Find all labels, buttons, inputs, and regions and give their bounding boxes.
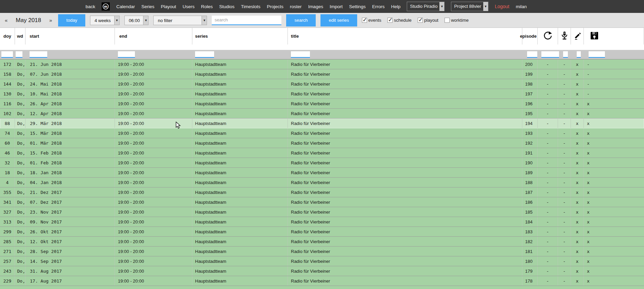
table-row[interactable]: 299 Do, 26. Okt 2017 19:00 - 20:00 Haupt…	[0, 227, 644, 237]
table-body: 172 Do, 21. Jun 2018 19:00 - 20:00 Haupt…	[0, 59, 644, 286]
column-header-end[interactable]: end	[115, 28, 192, 44]
filter-input-end[interactable]	[118, 51, 135, 58]
cell-series: Hauptstadtteam	[192, 178, 288, 187]
column-header-series[interactable]: series	[192, 28, 288, 44]
filter-input-mic[interactable]	[563, 51, 568, 58]
table-row[interactable]: 229 Do, 17. Aug 2017 19:00 - 20:00 Haupt…	[0, 276, 644, 286]
cell-save-flag: x	[584, 237, 644, 246]
today-button[interactable]: today	[58, 14, 85, 26]
table-row[interactable]: 257 Do, 14. Sep 2017 19:00 - 20:00 Haupt…	[0, 256, 644, 266]
back-link[interactable]: back	[86, 4, 95, 9]
cell-series: Hauptstadtteam	[192, 187, 288, 197]
cell-rerun-flag: -	[538, 128, 558, 138]
table-row[interactable]: 172 Do, 21. Jun 2018 19:00 - 20:00 Haupt…	[0, 59, 644, 69]
nav-item-playout[interactable]: Playout	[161, 4, 176, 9]
next-month-button[interactable]: »	[48, 17, 53, 23]
table-row[interactable]: 144 Do, 24. Mai 2018 19:00 - 20:00 Haupt…	[0, 79, 644, 89]
range-select[interactable]: 4 weeks ▼	[90, 16, 120, 25]
cell-weekday: Do,	[15, 227, 25, 236]
table-row[interactable]: 313 Do, 09. Nov 2017 19:00 - 20:00 Haupt…	[0, 217, 644, 227]
events-checkbox[interactable]	[362, 18, 367, 23]
table-row[interactable]: 130 Do, 10. Mai 2018 19:00 - 20:00 Haupt…	[0, 89, 644, 99]
column-header-episode[interactable]: episode	[522, 28, 538, 44]
filter-select[interactable]: no filter ▼	[153, 16, 207, 25]
nav-item-roster[interactable]: roster	[290, 4, 302, 9]
cell-title: Radio für Vierbeiner	[288, 109, 522, 118]
nav-item-roles[interactable]: Roles	[201, 4, 213, 9]
table-row[interactable]: 355 Do, 21. Dez 2017 19:00 - 20:00 Haupt…	[0, 187, 644, 197]
table-row[interactable]: 116 Do, 26. Apr 2018 19:00 - 20:00 Haupt…	[0, 99, 644, 109]
table-row[interactable]: 88 Do, 29. Mär 2018 19:00 - 20:00 Haupts…	[0, 119, 644, 128]
cell-mic-flag: -	[558, 207, 571, 217]
filter-input-doy[interactable]	[1, 51, 13, 58]
search-input[interactable]	[212, 16, 281, 25]
filter-input-series[interactable]	[195, 51, 214, 58]
nav-item-calendar[interactable]: Calendar	[116, 4, 135, 9]
table-row[interactable]: 327 Do, 23. Nov 2017 19:00 - 20:00 Haupt…	[0, 207, 644, 217]
table-row[interactable]: 243 Do, 31. Aug 2017 19:00 - 20:00 Haupt…	[0, 266, 644, 276]
table-row[interactable]: 60 Do, 01. Mär 2018 19:00 - 20:00 Haupts…	[0, 138, 644, 148]
column-header-rerun[interactable]	[538, 28, 558, 44]
table-row[interactable]: 158 Do, 07. Jun 2018 19:00 - 20:00 Haupt…	[0, 69, 644, 79]
column-header-edit[interactable]	[571, 28, 584, 44]
nav-item-settings[interactable]: Settings	[349, 4, 366, 9]
filter-input-episode[interactable]	[527, 51, 537, 58]
day-start-time-select[interactable]: 06:00 ▼	[124, 16, 149, 25]
table-row[interactable]: 18 Do, 18. Jan 2018 19:00 - 20:00 Haupts…	[0, 168, 644, 178]
table-row[interactable]: 271 Do, 28. Sep 2017 19:00 - 20:00 Haupt…	[0, 247, 644, 256]
cell-episode: 178	[522, 276, 538, 286]
nav-item-images[interactable]: Images	[308, 4, 323, 9]
edit-icon	[573, 31, 582, 41]
nav-item-help[interactable]: Help	[391, 4, 401, 9]
logout-link[interactable]: Logout	[495, 4, 509, 9]
nav-item-series[interactable]: Series	[141, 4, 154, 9]
studio-select[interactable]: Studio Piradio ▼	[407, 2, 445, 11]
column-header-wd[interactable]: wd	[15, 28, 25, 44]
column-header-title[interactable]: title	[288, 28, 522, 44]
table-row[interactable]: 46 Do, 15. Feb 2018 19:00 - 20:00 Haupts…	[0, 148, 644, 158]
filter-input-rerun[interactable]	[541, 51, 559, 58]
chevron-down-icon: ▼	[114, 16, 119, 25]
search-button[interactable]: search	[286, 14, 316, 26]
worktime-checkbox[interactable]	[445, 18, 450, 23]
cell-doy: 46	[0, 148, 15, 158]
table-row[interactable]: 285 Do, 12. Okt 2017 19:00 - 20:00 Haupt…	[0, 237, 644, 247]
nav-item-import[interactable]: Import	[330, 4, 343, 9]
table-row[interactable]: 341 Do, 07. Dez 2017 19:00 - 20:00 Haupt…	[0, 197, 644, 207]
project-select[interactable]: Project 88vier ▼	[451, 2, 488, 11]
column-header-microphone[interactable]	[558, 28, 571, 44]
cell-save-flag: x	[584, 187, 644, 197]
cell-rerun-flag: -	[538, 138, 558, 148]
cell-series: Hauptstadtteam	[192, 119, 288, 128]
cell-weekday: Do,	[15, 109, 25, 118]
table-row[interactable]: 4 Do, 04. Jan 2018 19:00 - 20:00 Hauptst…	[0, 178, 644, 187]
cell-end-time: 19:00 - 20:00	[115, 168, 192, 177]
nav-item-projects[interactable]: Projects	[267, 4, 283, 9]
nav-item-studios[interactable]: Studios	[219, 4, 234, 9]
cell-weekday: Do,	[15, 276, 25, 286]
filter-input-wd[interactable]	[16, 51, 22, 58]
filter-input-start[interactable]	[30, 51, 47, 58]
nav-item-errors[interactable]: Errors	[372, 4, 385, 9]
cell-title: Radio für Vierbeiner	[288, 79, 522, 89]
table-row-partial[interactable]	[0, 286, 644, 289]
column-header-save[interactable]	[584, 28, 644, 44]
nav-item-users[interactable]: Users	[182, 4, 194, 9]
filter-input-edit[interactable]	[577, 51, 581, 58]
column-header-start[interactable]: start	[25, 28, 115, 44]
cell-doy: 257	[0, 256, 15, 266]
filter-input-save[interactable]	[589, 51, 605, 58]
prev-month-button[interactable]: «	[3, 17, 9, 23]
filter-input-title[interactable]	[291, 51, 310, 58]
schedule-checkbox[interactable]	[387, 18, 393, 23]
playout-checkbox[interactable]	[418, 18, 423, 23]
nav-item-timeslots[interactable]: Timeslots	[241, 4, 260, 9]
table-row[interactable]: 102 Do, 12. Apr 2018 19:00 - 20:00 Haupt…	[0, 109, 644, 119]
table-row[interactable]: 74 Do, 15. Mär 2018 19:00 - 20:00 Haupts…	[0, 128, 644, 138]
cell-series: Hauptstadtteam	[192, 109, 288, 118]
table-row[interactable]: 32 Do, 01. Feb 2018 19:00 - 20:00 Haupts…	[0, 158, 644, 168]
cell-edit-flag: x	[571, 128, 584, 138]
edit-series-button[interactable]: edit series	[320, 14, 357, 26]
cell-series: Hauptstadtteam	[192, 227, 288, 236]
column-header-doy[interactable]: doy	[0, 28, 15, 44]
